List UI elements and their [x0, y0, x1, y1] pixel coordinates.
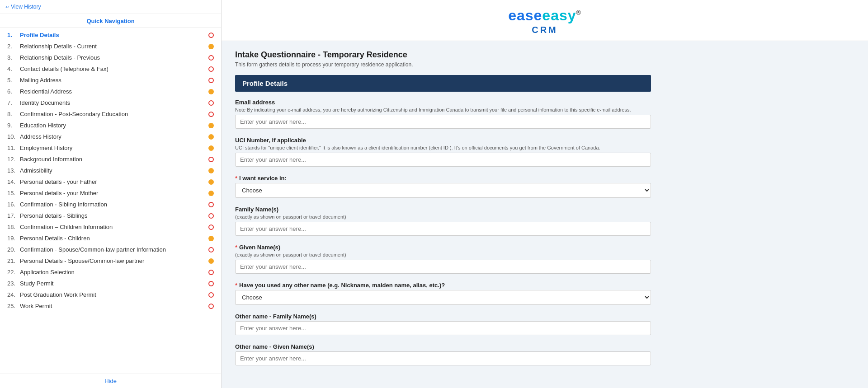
nav-label: Personal Details - Children	[20, 235, 90, 242]
nav-item-5[interactable]: 5. Mailing Address	[0, 75, 221, 86]
nav-label: Confirmation – Children Information	[20, 224, 113, 230]
nav-item-11[interactable]: 11. Employment History	[0, 142, 221, 154]
nav-number: 22.	[7, 269, 17, 276]
brand-ease: ease	[508, 7, 542, 23]
input-email[interactable]	[235, 115, 651, 129]
nav-item-left: 6. Residential Address	[7, 88, 72, 95]
nav-number: 10.	[7, 133, 17, 140]
nav-status-dot	[208, 247, 214, 252]
nav-number: 3.	[7, 54, 17, 61]
nav-status-dot	[208, 281, 214, 286]
nav-item-left: 15. Personal details - your Mother	[7, 190, 98, 196]
nav-item-left: 17. Personal details - Siblings	[7, 212, 88, 219]
nav-number: 24.	[7, 291, 17, 298]
brand-reg: ®	[576, 9, 581, 16]
nav-label: Confirmation - Post-Secondary Education	[20, 111, 128, 117]
nav-item-left: 3. Relationship Details - Previous	[7, 54, 100, 61]
input-family_name[interactable]	[235, 222, 651, 236]
select-other_name[interactable]: ChooseYesNo	[235, 290, 651, 305]
nav-item-20[interactable]: 20. Confirmation - Spouse/Common-law par…	[0, 244, 221, 255]
nav-status-dot	[208, 134, 214, 140]
required-star: *	[235, 244, 237, 251]
nav-item-left: 10. Address History	[7, 133, 61, 140]
nav-number: 19.	[7, 235, 17, 242]
nav-status-dot	[208, 191, 214, 196]
nav-number: 11.	[7, 145, 17, 151]
nav-item-6[interactable]: 6. Residential Address	[0, 86, 221, 97]
nav-number: 1.	[7, 32, 17, 38]
required-star: *	[235, 282, 237, 289]
nav-label: Admissibility	[20, 167, 52, 174]
nav-item-15[interactable]: 15. Personal details - your Mother	[0, 187, 221, 199]
nav-item-left: 22. Application Selection	[7, 269, 75, 276]
nav-status-dot	[208, 224, 214, 230]
nav-item-25[interactable]: 25. Work Permit	[0, 300, 221, 312]
field-label-other_name: * Have you used any other name (e.g. Nic…	[235, 282, 651, 289]
form-title: Intake Questionnaire - Temporary Residen…	[235, 50, 660, 60]
nav-item-4[interactable]: 4. Contact details (Telephone & Fax)	[0, 63, 221, 75]
form-container: Intake Questionnaire - Temporary Residen…	[222, 41, 674, 383]
nav-item-2[interactable]: 2. Relationship Details - Current	[0, 41, 221, 52]
nav-item-17[interactable]: 17. Personal details - Siblings	[0, 210, 221, 221]
nav-item-21[interactable]: 21. Personal Details - Spouse/Common-law…	[0, 255, 221, 266]
nav-number: 16.	[7, 201, 17, 208]
nav-number: 8.	[7, 111, 17, 117]
nav-item-left: 7. Identity Documents	[7, 99, 70, 106]
nav-label: Study Permit	[20, 280, 53, 287]
nav-status-dot	[208, 145, 214, 151]
nav-item-23[interactable]: 23. Study Permit	[0, 278, 221, 289]
hide-button[interactable]: Hide	[0, 374, 221, 388]
nav-status-dot	[208, 304, 214, 309]
nav-number: 25.	[7, 303, 17, 309]
input-given_name[interactable]	[235, 260, 651, 274]
nav-item-22[interactable]: 22. Application Selection	[0, 266, 221, 278]
form-fields: Email addressNote By indicating your e-m…	[235, 99, 660, 365]
select-service_in[interactable]: ChooseEnglishFrench	[235, 183, 651, 198]
left-panel: ↩ View History Quick Navigation 1. Profi…	[0, 0, 222, 388]
nav-status-dot	[208, 66, 214, 72]
field-group-other_name: * Have you used any other name (e.g. Nic…	[235, 282, 651, 305]
brand-crm: CRM	[532, 25, 558, 35]
nav-status-dot	[208, 112, 214, 117]
field-group-other_family_name: Other name - Family Name(s)	[235, 313, 651, 335]
nav-label: Contact details (Telephone & Fax)	[20, 65, 108, 72]
nav-item-3[interactable]: 3. Relationship Details - Previous	[0, 52, 221, 63]
back-arrow-icon: ↩	[5, 5, 9, 9]
nav-item-left: 11. Employment History	[7, 145, 72, 151]
nav-status-dot	[208, 258, 214, 264]
nav-number: 13.	[7, 167, 17, 174]
nav-item-12[interactable]: 12. Background Information	[0, 154, 221, 165]
nav-item-left: 13. Admissibility	[7, 167, 52, 174]
input-other_family_name[interactable]	[235, 321, 651, 335]
nav-item-18[interactable]: 18. Confirmation – Children Information	[0, 221, 221, 233]
field-note-uci: UCI stands for "unique client identifier…	[235, 145, 651, 150]
nav-item-left: 8. Confirmation - Post-Secondary Educati…	[7, 111, 128, 117]
nav-item-7[interactable]: 7. Identity Documents	[0, 97, 221, 108]
field-group-other_given_name: Other name - Given Name(s)	[235, 343, 651, 365]
field-label-other_family_name: Other name - Family Name(s)	[235, 313, 651, 320]
nav-label: Personal details - your Mother	[20, 190, 98, 196]
nav-item-10[interactable]: 10. Address History	[0, 131, 221, 142]
nav-item-left: 12. Background Information	[7, 156, 82, 163]
nav-number: 4.	[7, 65, 17, 72]
nav-status-dot	[208, 44, 214, 49]
view-history-link[interactable]: ↩ View History	[0, 0, 221, 14]
nav-item-left: 18. Confirmation – Children Information	[7, 224, 113, 230]
nav-label: Personal details - your Father	[20, 178, 97, 185]
input-other_given_name[interactable]	[235, 351, 651, 365]
input-uci[interactable]	[235, 153, 651, 167]
nav-item-13[interactable]: 13. Admissibility	[0, 165, 221, 176]
nav-item-9[interactable]: 9. Education History	[0, 120, 221, 131]
nav-status-dot	[208, 157, 214, 162]
nav-item-16[interactable]: 16. Confirmation - Sibling Information	[0, 199, 221, 210]
nav-item-8[interactable]: 8. Confirmation - Post-Secondary Educati…	[0, 108, 221, 120]
nav-item-1[interactable]: 1. Profile Details	[0, 29, 221, 41]
nav-number: 6.	[7, 88, 17, 95]
nav-item-19[interactable]: 19. Personal Details - Children	[0, 233, 221, 244]
nav-item-left: 23. Study Permit	[7, 280, 53, 287]
required-star: *	[235, 175, 237, 182]
nav-number: 21.	[7, 257, 17, 264]
nav-status-dot	[208, 168, 214, 173]
nav-item-24[interactable]: 24. Post Graduation Work Permit	[0, 289, 221, 300]
nav-item-14[interactable]: 14. Personal details - your Father	[0, 176, 221, 187]
